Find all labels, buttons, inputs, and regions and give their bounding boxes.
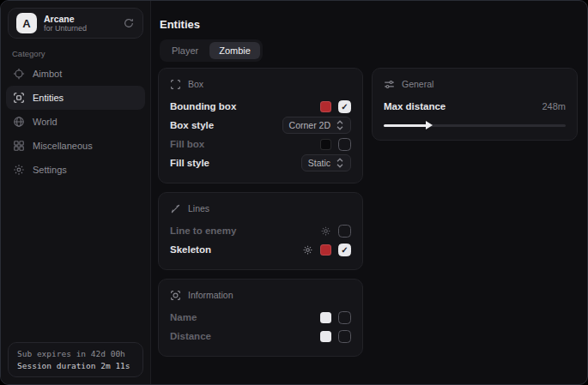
logo-card: A Arcane for Unturned	[8, 8, 143, 39]
info-target-icon	[170, 290, 181, 301]
color-swatch[interactable]	[320, 139, 331, 150]
color-swatch[interactable]	[320, 331, 331, 342]
globe-icon	[13, 116, 25, 128]
setting-label: Max distance	[384, 101, 446, 111]
refresh-icon[interactable]	[123, 17, 135, 29]
checkbox[interactable]	[338, 311, 351, 324]
slider-thumb[interactable]	[426, 121, 433, 129]
color-swatch[interactable]	[320, 312, 331, 323]
information-panel: Information Name Distance	[158, 279, 363, 357]
row-settings-gear-icon[interactable]	[302, 244, 313, 256]
lines-panel: Lines Line to enemy	[158, 192, 363, 270]
sidebar-item-label: World	[33, 117, 58, 127]
sliders-icon	[384, 79, 395, 90]
session-duration-text: Session duration 2m 11s	[17, 361, 134, 370]
subscription-status-card: Sub expires in 42d 00h Session duration …	[8, 342, 143, 377]
sidebar-item-entities[interactable]: Entities	[6, 86, 145, 110]
box-panel: Box Bounding box Box style Corne	[158, 68, 363, 183]
app-subtitle: for Unturned	[44, 24, 87, 33]
chevron-updown-icon	[336, 158, 344, 168]
setting-row-box-style: Box style Corner 2D	[170, 116, 351, 135]
sidebar-item-world[interactable]: World	[6, 110, 145, 134]
sidebar-item-aimbot[interactable]: Aimbot	[6, 62, 145, 86]
entity-tabs: Player Zombie	[160, 39, 263, 62]
setting-row-distance: Distance	[170, 327, 351, 346]
color-swatch[interactable]	[320, 101, 331, 112]
sidebar-nav: Aimbot Entities World	[6, 62, 145, 182]
app-logo: A	[16, 13, 37, 33]
checkbox[interactable]	[338, 138, 351, 151]
category-label: Category	[12, 49, 45, 58]
page-title: Entities	[160, 18, 200, 31]
main-content: Entities Player Zombie Box	[152, 1, 587, 384]
color-swatch[interactable]	[320, 244, 331, 256]
setting-row-bounding-box: Bounding box	[170, 97, 351, 116]
app-title: Arcane	[44, 14, 87, 24]
sidebar: A Arcane for Unturned Category Aimbot	[1, 1, 151, 384]
setting-label: Fill style	[170, 158, 209, 168]
tab-zombie[interactable]: Zombie	[209, 42, 260, 59]
sidebar-item-miscellaneous[interactable]: Miscellaneous	[6, 134, 145, 158]
setting-row-name: Name	[170, 308, 351, 327]
box-style-dropdown[interactable]: Corner 2D	[282, 117, 351, 134]
fill-style-dropdown[interactable]: Static	[301, 154, 351, 171]
panel-title: Information	[188, 290, 233, 300]
row-settings-gear-icon[interactable]	[320, 226, 331, 237]
panel-title: General	[402, 79, 433, 89]
sidebar-item-label: Entities	[33, 93, 64, 103]
sidebar-item-label: Aimbot	[33, 69, 62, 79]
gear-icon	[13, 164, 25, 176]
checkbox[interactable]	[338, 225, 351, 238]
checkbox[interactable]	[338, 100, 351, 113]
crosshair-icon	[13, 68, 25, 80]
setting-row-line-to-enemy: Line to enemy	[170, 221, 351, 240]
sidebar-item-settings[interactable]: Settings	[6, 158, 145, 182]
app-window: A Arcane for Unturned Category Aimbot	[0, 0, 588, 385]
setting-label: Line to enemy	[170, 226, 236, 236]
sub-expiry-text: Sub expires in 42d 00h	[17, 349, 134, 358]
setting-label: Bounding box	[170, 101, 236, 111]
sidebar-item-label: Miscellaneous	[33, 141, 93, 151]
entities-box-icon	[13, 92, 25, 104]
setting-label: Distance	[170, 331, 211, 341]
setting-row-fill-style: Fill style Static	[170, 153, 351, 172]
tab-player[interactable]: Player	[162, 42, 208, 59]
slider-fill	[384, 124, 427, 127]
setting-row-max-distance: Max distance 248m	[384, 97, 566, 116]
general-panel: General Max distance 248m	[372, 68, 578, 141]
max-distance-value: 248m	[542, 101, 566, 111]
dropdown-value: Static	[308, 158, 330, 168]
sidebar-item-label: Settings	[33, 165, 67, 175]
setting-row-skeleton: Skeleton	[170, 240, 351, 259]
max-distance-slider[interactable]	[384, 121, 566, 129]
checkbox[interactable]	[338, 244, 351, 256]
box-scan-icon	[170, 79, 181, 90]
panel-title: Box	[188, 79, 203, 89]
setting-label: Name	[170, 312, 197, 322]
checkbox[interactable]	[338, 330, 351, 343]
grid-icon	[13, 140, 25, 152]
panel-title: Lines	[188, 203, 209, 214]
setting-label: Skeleton	[170, 244, 211, 255]
setting-row-fill-box: Fill box	[170, 135, 351, 153]
dropdown-value: Corner 2D	[289, 120, 330, 130]
chevron-updown-icon	[336, 120, 344, 130]
line-icon	[170, 203, 181, 214]
setting-label: Box style	[170, 120, 214, 130]
setting-label: Fill box	[170, 139, 204, 149]
